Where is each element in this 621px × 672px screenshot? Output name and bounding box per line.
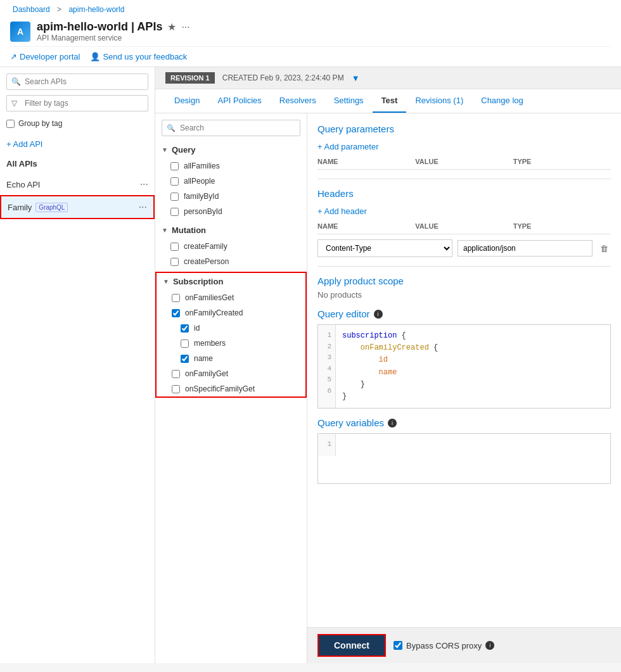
onFamiliesGet-checkbox[interactable] — [172, 294, 180, 302]
allFamilies-checkbox[interactable] — [170, 162, 179, 170]
allPeople-label: allPeople — [184, 177, 215, 186]
tab-design[interactable]: Design — [165, 89, 208, 113]
developer-portal-link[interactable]: ↗ Developer portal — [10, 52, 80, 61]
search-icon: 🔍 — [11, 77, 21, 86]
tab-settings[interactable]: Settings — [325, 89, 373, 113]
op-item-familyById[interactable]: familyById — [155, 189, 307, 204]
tab-resolvers[interactable]: Resolvers — [271, 89, 325, 113]
app-title: apim-hello-world | APIs — [37, 20, 162, 34]
onFamiliesGet-label: onFamiliesGet — [185, 293, 234, 302]
op-item-createFamily[interactable]: createFamily — [155, 239, 307, 254]
onFamilyCreated-label: onFamilyCreated — [185, 308, 243, 317]
onFamilyGet-label: onFamilyGet — [185, 369, 228, 378]
breadcrumb-separator: > — [57, 5, 61, 14]
members-checkbox[interactable] — [181, 339, 189, 348]
allPeople-checkbox[interactable] — [170, 177, 179, 186]
op-item-createPerson[interactable]: createPerson — [155, 254, 307, 269]
tab-test[interactable]: Test — [373, 89, 407, 113]
header-value-input[interactable] — [458, 240, 592, 257]
connect-bar: Connect Bypass CORS proxy i — [307, 627, 621, 663]
app-title-block: apim-hello-world | APIs ★ ··· API Manage… — [37, 20, 190, 42]
tab-revisions[interactable]: Revisions (1) — [406, 89, 472, 113]
familyById-label: familyById — [184, 192, 219, 201]
add-api-button[interactable]: + Add API — [0, 134, 155, 154]
echo-api-name: Echo API — [6, 180, 40, 189]
add-header-button[interactable]: + Add header — [317, 206, 611, 216]
op-item-personById[interactable]: personById — [155, 204, 307, 219]
content-area: REVISION 1 CREATED Feb 9, 2023, 2:24:40 … — [155, 67, 621, 663]
product-scope-title: Apply product scope — [317, 276, 611, 286]
onSpecificFamilyGet-checkbox[interactable] — [172, 385, 180, 393]
feedback-link[interactable]: 👤 Send us your feedback — [90, 52, 187, 61]
operations-panel: 🔍 ▼ Query allFamilies allPeople — [155, 113, 307, 663]
app-icon: A — [10, 22, 30, 42]
op-item-onFamiliesGet[interactable]: onFamiliesGet — [157, 290, 305, 305]
op-search-input[interactable] — [162, 120, 300, 136]
query-editor-line-numbers: 123456 — [318, 325, 336, 408]
bypass-cors-label: Bypass CORS proxy — [406, 641, 482, 650]
id-checkbox[interactable] — [181, 324, 189, 333]
bypass-cors-checkbox[interactable] — [394, 641, 402, 650]
connect-button[interactable]: Connect — [317, 634, 386, 657]
op-item-onSpecificFamilyGet[interactable]: onSpecificFamilyGet — [157, 381, 305, 396]
query-editor-info-icon: i — [374, 310, 383, 319]
onFamilyCreated-checkbox[interactable] — [172, 309, 180, 317]
divider-2 — [317, 266, 611, 267]
revision-dropdown-icon[interactable]: ▼ — [352, 73, 360, 83]
all-apis-label: All APIs — [0, 154, 155, 174]
op-item-onFamilyGet[interactable]: onFamilyGet — [157, 366, 305, 381]
op-item-onFamilyCreated[interactable]: onFamilyCreated — [157, 305, 305, 320]
revision-badge: REVISION 1 — [165, 72, 215, 84]
group-by-tag-checkbox[interactable] — [6, 120, 15, 128]
sidebar-filter-container: ▽ — [6, 95, 148, 111]
op-search-container: 🔍 — [162, 120, 300, 136]
echo-api-more-icon[interactable]: ··· — [140, 179, 148, 190]
api-item-family[interactable]: Family GraphQL ··· — [0, 195, 155, 219]
op-item-allPeople[interactable]: allPeople — [155, 174, 307, 189]
query-editor-code: subscription { onFamilyCreated { id name… — [336, 325, 610, 408]
query-variables-editor[interactable]: 1 — [317, 433, 611, 484]
op-group-mutation-header[interactable]: ▼ Mutation — [155, 222, 307, 239]
op-group-subscription-header[interactable]: ▼ Subscription — [157, 273, 305, 290]
delete-header-icon[interactable]: 🗑 — [598, 241, 611, 256]
tab-change-log[interactable]: Change log — [472, 89, 532, 113]
op-group-subscription: ▼ Subscription onFamiliesGet onFamilyCre… — [155, 272, 307, 398]
breadcrumb-current[interactable]: apim-hello-world — [68, 5, 124, 14]
filter-by-tags-input[interactable] — [6, 95, 148, 111]
op-item-allFamilies[interactable]: allFamilies — [155, 158, 307, 174]
star-icon[interactable]: ★ — [167, 21, 176, 33]
op-item-members[interactable]: members — [157, 336, 305, 351]
more-icon[interactable]: ··· — [181, 22, 189, 33]
breadcrumb-dashboard[interactable]: Dashboard — [13, 5, 50, 14]
onFamilyGet-checkbox[interactable] — [172, 370, 180, 378]
tab-api-policies[interactable]: API Policies — [208, 89, 270, 113]
sidebar-search-container: 🔍 — [6, 73, 148, 90]
family-api-more-icon[interactable]: ··· — [139, 201, 147, 213]
main-layout: 🔍 ▽ Group by tag + Add API All APIs Echo… — [0, 67, 621, 663]
qp-col-value: VALUE — [415, 158, 513, 165]
external-link-icon: ↗ — [10, 52, 17, 61]
op-item-name[interactable]: name — [157, 351, 305, 366]
createPerson-checkbox[interactable] — [170, 258, 179, 266]
header-name-select[interactable]: Content-Type — [317, 239, 452, 257]
api-item-echo[interactable]: Echo API ··· — [0, 174, 155, 195]
personById-checkbox[interactable] — [170, 208, 179, 216]
search-apis-input[interactable] — [6, 73, 148, 90]
op-group-query-header[interactable]: ▼ Query — [155, 141, 307, 158]
family-api-name: Family GraphQL — [8, 203, 68, 212]
name-checkbox[interactable] — [181, 355, 189, 363]
query-editor[interactable]: 123456 subscription { onFamilyCreated { … — [317, 324, 611, 409]
query-variables-title: Query variables i — [317, 417, 611, 428]
revision-info: CREATED Feb 9, 2023, 2:24:40 PM — [222, 73, 344, 82]
app-header: A apim-hello-world | APIs ★ ··· API Mana… — [10, 16, 611, 46]
query-chevron-icon: ▼ — [162, 146, 168, 153]
h-col-name: NAME — [317, 222, 415, 230]
query-group-label: Query — [172, 145, 196, 155]
query-editor-title: Query editor i — [317, 308, 611, 319]
op-item-id[interactable]: id — [157, 320, 305, 336]
createFamily-checkbox[interactable] — [170, 243, 179, 251]
add-parameter-button[interactable]: + Add parameter — [317, 142, 611, 151]
familyById-checkbox[interactable] — [170, 193, 179, 201]
action-bar: ↗ Developer portal 👤 Send us your feedba… — [10, 46, 611, 67]
breadcrumb: Dashboard > apim-hello-world — [10, 0, 611, 16]
